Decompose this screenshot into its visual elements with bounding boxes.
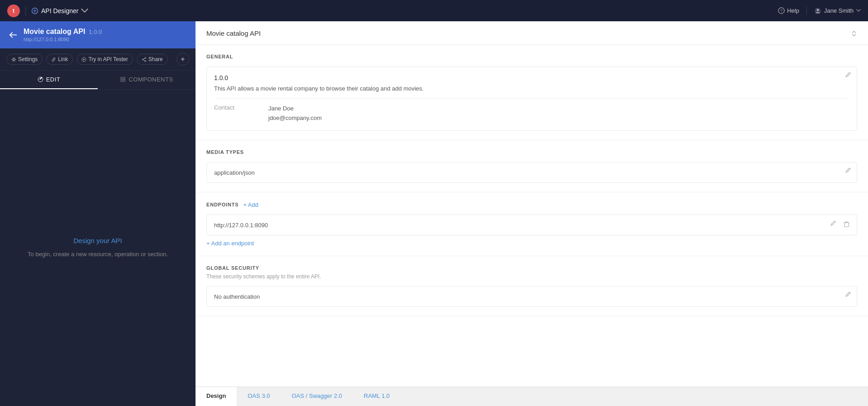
endpoint-edit-button[interactable] <box>828 220 838 230</box>
app-logo[interactable]: t <box>7 5 20 17</box>
cta-title: Design your API <box>73 237 122 244</box>
try-api-button[interactable]: Try in API Tester <box>76 54 133 65</box>
svg-text:?: ? <box>780 9 782 13</box>
security-card: No authentication <box>206 286 857 307</box>
endpoint-card: http://127.0.0.1:8090 <box>206 215 857 235</box>
main-content: Movie catalog API GENERAL 1.0.0 This API… <box>196 21 868 406</box>
app-chevron-icon <box>81 7 88 14</box>
try-label: Try in API Tester <box>88 56 128 62</box>
back-button[interactable] <box>7 32 19 38</box>
settings-icon <box>11 57 16 62</box>
nav-divider <box>25 6 26 16</box>
tab-components[interactable]: COMPONENTS <box>98 71 196 89</box>
tab-edit[interactable]: EDIT <box>0 71 98 89</box>
help-label: Help <box>787 7 799 14</box>
pencil-icon-media <box>845 168 851 174</box>
top-nav-right: ? Help Jane Smith <box>778 7 861 15</box>
add-button[interactable]: + <box>176 53 189 66</box>
endpoint-actions <box>828 220 851 230</box>
help-button[interactable]: ? Help <box>778 7 799 14</box>
content-body: GENERAL 1.0.0 This API allows a movie re… <box>196 45 868 387</box>
app-name-label: API Designer <box>41 7 78 14</box>
help-icon: ? <box>778 7 785 14</box>
bottom-tabs: Design OAS 3.0 OAS / Swagger 2.0 RAML 1.… <box>196 387 868 406</box>
global-security-title: GLOBAL SECURITY <box>206 265 857 271</box>
add-endpoint-button[interactable]: + Add an endpoint <box>206 240 254 247</box>
pencil-icon-endpoint <box>830 221 836 227</box>
settings-label: Settings <box>18 56 38 62</box>
link-button[interactable]: Link <box>46 54 73 65</box>
svg-point-5 <box>13 58 15 60</box>
media-type-edit-button[interactable] <box>845 168 851 176</box>
top-nav: t API Designer ? Help Jane Smit <box>0 0 868 21</box>
page-title: Movie catalog API <box>206 29 261 37</box>
api-header-info: Movie catalog API 1.0.0 http://127.0.0.1… <box>24 28 188 42</box>
endpoints-add-button[interactable]: + Add <box>243 201 258 208</box>
api-designer-icon <box>31 7 38 14</box>
general-card: 1.0.0 This API allows a movie rental com… <box>206 67 857 131</box>
collapse-icon[interactable] <box>851 30 857 37</box>
tab-oas3[interactable]: OAS 3.0 <box>237 387 281 406</box>
media-type-value: application/json <box>214 169 255 176</box>
pencil-icon-security <box>845 292 851 298</box>
api-version-badge: 1.0.0 <box>89 29 102 35</box>
user-divider <box>806 7 807 15</box>
security-subtitle: These security schemes apply to the enti… <box>206 273 857 280</box>
app-name-button[interactable]: API Designer <box>31 7 88 14</box>
components-icon <box>120 76 126 82</box>
sidebar: Movie catalog API 1.0.0 http://127.0.0.1… <box>0 21 196 406</box>
security-edit-button[interactable] <box>845 292 851 300</box>
general-version: 1.0.0 <box>214 74 849 81</box>
api-url: http://127.0.0.1:8090 <box>24 37 188 42</box>
general-section: GENERAL 1.0.0 This API allows a movie re… <box>196 45 868 140</box>
user-menu[interactable]: Jane Smith <box>814 7 861 14</box>
svg-point-8 <box>145 60 146 61</box>
tab-edit-label: EDIT <box>46 76 61 83</box>
tab-design[interactable]: Design <box>196 387 237 406</box>
try-api-icon <box>81 57 86 62</box>
user-avatar-icon <box>814 7 821 14</box>
general-desc: This API allows a movie rental company t… <box>214 85 849 92</box>
user-chevron-icon <box>856 9 861 12</box>
api-title: Movie catalog API <box>24 28 85 36</box>
share-icon <box>142 57 147 62</box>
settings-button[interactable]: Settings <box>6 54 43 65</box>
sidebar-toolbar: Settings Link Try in API Tester <box>0 48 196 71</box>
pencil-icon <box>845 72 851 79</box>
page-header: Movie catalog API <box>196 21 868 45</box>
media-types-section-title: MEDIA TYPES <box>206 149 857 155</box>
edit-icon <box>38 76 43 82</box>
share-label: Share <box>148 56 163 62</box>
media-types-section: MEDIA TYPES application/json <box>196 140 868 192</box>
general-edit-button[interactable] <box>845 72 851 80</box>
svg-point-9 <box>142 59 143 60</box>
tab-oas-swagger[interactable]: OAS / Swagger 2.0 <box>281 387 353 406</box>
endpoint-delete-button[interactable] <box>842 220 851 230</box>
endpoints-header: ENDPOINTS + Add <box>206 201 857 208</box>
svg-point-4 <box>816 9 819 11</box>
sidebar-tabs: EDIT COMPONENTS <box>0 71 196 90</box>
link-icon <box>51 57 56 62</box>
contact-name: Jane Doe <box>268 104 322 114</box>
contact-value: Jane Doe jdoe@company.com <box>268 104 322 123</box>
media-type-card: application/json <box>206 162 857 183</box>
api-header: Movie catalog API 1.0.0 http://127.0.0.1… <box>0 21 196 48</box>
security-value: No authentication <box>214 293 260 300</box>
endpoint-url: http://127.0.0.1:8090 <box>214 222 268 229</box>
general-section-title: GENERAL <box>206 54 857 59</box>
trash-icon <box>844 221 849 228</box>
svg-rect-14 <box>124 80 125 81</box>
tab-raml[interactable]: RAML 1.0 <box>353 387 401 406</box>
share-button[interactable]: Share <box>137 54 168 65</box>
user-name-label: Jane Smith <box>824 7 854 14</box>
contact-email: jdoe@company.com <box>268 114 322 123</box>
tab-components-label: COMPONENTS <box>129 76 173 83</box>
back-arrow-icon <box>9 32 17 38</box>
cta-desc: To begin, create a new resource, operati… <box>28 250 168 259</box>
svg-rect-11 <box>121 77 123 79</box>
svg-rect-15 <box>844 222 849 226</box>
svg-rect-12 <box>124 77 125 79</box>
global-security-section: GLOBAL SECURITY These security schemes a… <box>196 256 868 316</box>
link-label: Link <box>58 56 68 62</box>
endpoints-section: ENDPOINTS + Add http://127.0.0.1:8090 <box>196 192 868 256</box>
